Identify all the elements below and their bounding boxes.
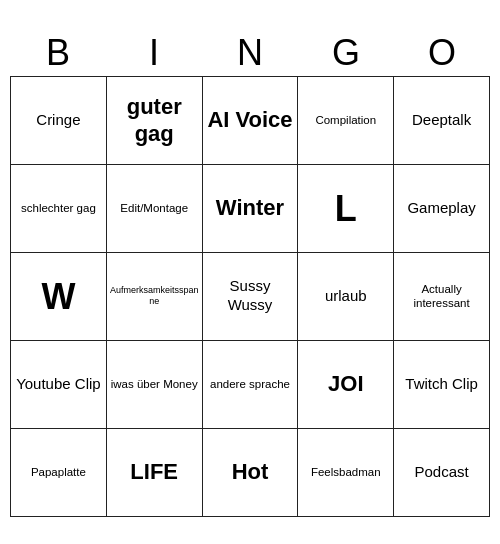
bingo-cell: W bbox=[11, 253, 107, 341]
bingo-cell: Gameplay bbox=[394, 165, 490, 253]
bingo-card: B I N G O Cringeguter gagAI VoiceCompila… bbox=[10, 28, 490, 517]
bingo-cell: Compilation bbox=[298, 77, 394, 165]
bingo-cell: Edit/Montage bbox=[107, 165, 203, 253]
bingo-cell: Youtube Clip bbox=[11, 341, 107, 429]
bingo-cell: iwas über Money bbox=[107, 341, 203, 429]
bingo-cell: Deeptalk bbox=[394, 77, 490, 165]
title-i: I bbox=[110, 32, 198, 74]
bingo-cell: guter gag bbox=[107, 77, 203, 165]
bingo-cell: urlaub bbox=[298, 253, 394, 341]
bingo-cell: Feelsbadman bbox=[298, 429, 394, 517]
bingo-cell: L bbox=[298, 165, 394, 253]
title-b: B bbox=[14, 32, 102, 74]
title-g: G bbox=[302, 32, 390, 74]
bingo-cell: AI Voice bbox=[203, 77, 299, 165]
bingo-cell: andere sprache bbox=[203, 341, 299, 429]
bingo-cell: Papaplatte bbox=[11, 429, 107, 517]
bingo-cell: Sussy Wussy bbox=[203, 253, 299, 341]
bingo-cell: Actually interessant bbox=[394, 253, 490, 341]
bingo-cell: LIFE bbox=[107, 429, 203, 517]
title-n: N bbox=[206, 32, 294, 74]
bingo-cell: schlechter gag bbox=[11, 165, 107, 253]
title-o: O bbox=[398, 32, 486, 74]
bingo-cell: Podcast bbox=[394, 429, 490, 517]
bingo-cell: Twitch Clip bbox=[394, 341, 490, 429]
bingo-cell: Aufmerksamkeitsspanne bbox=[107, 253, 203, 341]
bingo-grid: Cringeguter gagAI VoiceCompilationDeepta… bbox=[10, 76, 490, 517]
bingo-title: B I N G O bbox=[10, 28, 490, 76]
bingo-cell: JOI bbox=[298, 341, 394, 429]
bingo-cell: Hot bbox=[203, 429, 299, 517]
bingo-cell: Cringe bbox=[11, 77, 107, 165]
bingo-cell: Winter bbox=[203, 165, 299, 253]
